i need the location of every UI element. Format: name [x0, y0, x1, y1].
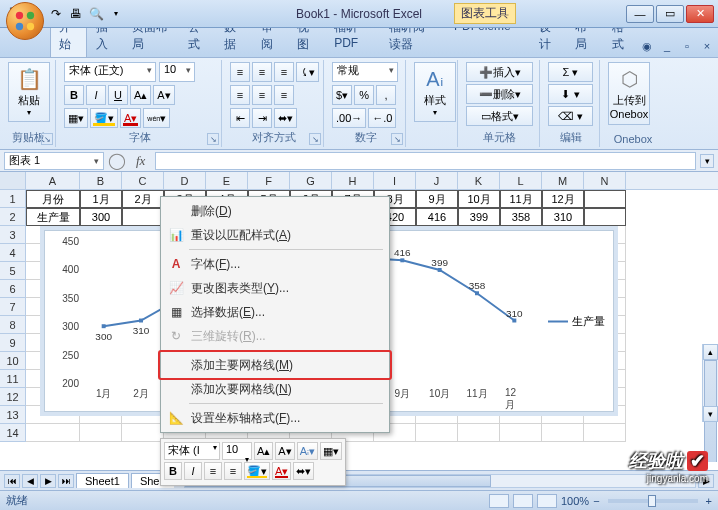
first-sheet[interactable]: ⏮ — [4, 474, 20, 488]
cell[interactable] — [584, 208, 626, 226]
merge[interactable]: ⬌▾ — [274, 108, 297, 128]
paste-button[interactable]: 📋 粘贴 ▾ — [8, 62, 50, 122]
fill-button[interactable]: ⬇ ▾ — [548, 84, 593, 104]
cell[interactable]: 10月 — [458, 190, 500, 208]
select-all-corner[interactable] — [0, 172, 26, 189]
number-launcher[interactable]: ↘ — [391, 133, 403, 145]
scroll-up[interactable]: ▴ — [703, 344, 718, 360]
redo-icon[interactable]: ↷ — [48, 6, 64, 22]
bold-button[interactable]: B — [64, 85, 84, 105]
col-head[interactable]: C — [122, 172, 164, 189]
cell[interactable]: 月份 — [26, 190, 80, 208]
mini-merge[interactable]: ⬌▾ — [293, 462, 314, 480]
ctx-item[interactable]: 📈更改图表类型(Y)... — [163, 276, 387, 300]
cell[interactable] — [122, 208, 164, 226]
col-head[interactable]: L — [500, 172, 542, 189]
ctx-item[interactable]: A字体(F)... — [163, 252, 387, 276]
vertical-scrollbar[interactable]: ▴ ▾ — [702, 344, 718, 422]
delete-cells[interactable]: ➖删除 ▾ — [466, 84, 533, 104]
format-cells[interactable]: ▭格式 ▾ — [466, 106, 533, 126]
close-button[interactable]: ✕ — [686, 5, 714, 23]
align-center[interactable]: ≡ — [252, 85, 272, 105]
qat-more-icon[interactable]: ▾ — [108, 6, 124, 22]
font-launcher[interactable]: ↘ — [207, 133, 219, 145]
font-size-select[interactable]: 10 — [159, 62, 195, 82]
cell[interactable] — [26, 424, 80, 442]
align-bot[interactable]: ≡ — [274, 62, 294, 82]
row-head[interactable]: 6 — [0, 280, 26, 298]
col-head[interactable]: I — [374, 172, 416, 189]
mini-shrink[interactable]: A▾ — [275, 442, 294, 460]
cell[interactable] — [458, 424, 500, 442]
align-top[interactable]: ≡ — [230, 62, 250, 82]
next-sheet[interactable]: ▶ — [40, 474, 56, 488]
row-head[interactable]: 4 — [0, 244, 26, 262]
cell[interactable] — [80, 424, 122, 442]
cell[interactable] — [500, 424, 542, 442]
border-button[interactable]: ▦▾ — [64, 108, 88, 128]
col-head[interactable]: F — [248, 172, 290, 189]
orientation[interactable]: ⤹▾ — [296, 62, 319, 82]
percent-button[interactable]: % — [354, 85, 374, 105]
zoom-out[interactable]: − — [593, 495, 599, 507]
align-launcher[interactable]: ↘ — [309, 133, 321, 145]
mini-align2[interactable]: ≡ — [224, 462, 242, 480]
row-head[interactable]: 11 — [0, 370, 26, 388]
align-left[interactable]: ≡ — [230, 85, 250, 105]
last-sheet[interactable]: ⏭ — [58, 474, 74, 488]
help-icon[interactable]: ◉ — [640, 39, 654, 53]
cell[interactable]: 358 — [500, 208, 542, 226]
col-head[interactable]: H — [332, 172, 374, 189]
dec-decimal[interactable]: ←.0 — [368, 108, 396, 128]
ctx-item[interactable]: 📐设置坐标轴格式(F)... — [163, 406, 387, 430]
zoom-in[interactable]: + — [706, 495, 712, 507]
underline-button[interactable]: U — [108, 85, 128, 105]
ctx-item[interactable]: ▦选择数据(E)... — [163, 300, 387, 324]
prev-sheet[interactable]: ◀ — [22, 474, 38, 488]
ctx-item[interactable]: 添加主要网格线(M) — [163, 353, 387, 377]
formula-input[interactable] — [155, 152, 696, 170]
italic-button[interactable]: I — [86, 85, 106, 105]
row-head[interactable]: 3 — [0, 226, 26, 244]
indent[interactable]: ⇥ — [252, 108, 272, 128]
align-mid[interactable]: ≡ — [252, 62, 272, 82]
col-head[interactable]: D — [164, 172, 206, 189]
cell[interactable]: 12月 — [542, 190, 584, 208]
cell[interactable]: 300 — [80, 208, 122, 226]
sum-button[interactable]: Σ ▾ — [548, 62, 593, 82]
row-head[interactable]: 14 — [0, 424, 26, 442]
comma-button[interactable]: , — [376, 85, 396, 105]
cell[interactable]: 9月 — [416, 190, 458, 208]
inner-close-icon[interactable]: × — [700, 39, 714, 53]
mini-style[interactable]: Aᵢ▾ — [297, 442, 318, 460]
sheet-tab[interactable]: Sheet1 — [76, 473, 129, 488]
align-right[interactable]: ≡ — [274, 85, 294, 105]
min-ribbon-icon[interactable]: _ — [660, 39, 674, 53]
col-head[interactable]: N — [584, 172, 626, 189]
office-button[interactable] — [6, 2, 44, 40]
normal-view[interactable] — [489, 494, 509, 508]
phonetic-button[interactable]: wén▾ — [143, 108, 170, 128]
col-head[interactable]: E — [206, 172, 248, 189]
number-format-select[interactable]: 常规 — [332, 62, 398, 82]
font-name-select[interactable]: 宋体 (正文) — [64, 62, 156, 82]
inc-decimal[interactable]: .00→ — [332, 108, 366, 128]
currency-button[interactable]: $▾ — [332, 85, 352, 105]
row-head[interactable]: 10 — [0, 352, 26, 370]
onebox-upload[interactable]: ⬡ 上传到 Onebox — [608, 62, 650, 125]
cell[interactable]: 11月 — [500, 190, 542, 208]
row-head[interactable]: 7 — [0, 298, 26, 316]
cell[interactable] — [122, 424, 164, 442]
expand-fbar[interactable]: ▾ — [700, 154, 714, 168]
break-view[interactable] — [537, 494, 557, 508]
fx-icon[interactable]: fx — [136, 153, 145, 169]
maximize-button[interactable]: ▭ — [656, 5, 684, 23]
minimize-button[interactable]: — — [626, 5, 654, 23]
print-icon[interactable]: 🖶 — [68, 6, 84, 22]
mini-grow[interactable]: A▴ — [254, 442, 273, 460]
col-head[interactable]: G — [290, 172, 332, 189]
cell[interactable]: 310 — [542, 208, 584, 226]
zoom-slider[interactable] — [608, 499, 698, 503]
insert-cells[interactable]: ➕插入 ▾ — [466, 62, 533, 82]
cell[interactable] — [416, 424, 458, 442]
